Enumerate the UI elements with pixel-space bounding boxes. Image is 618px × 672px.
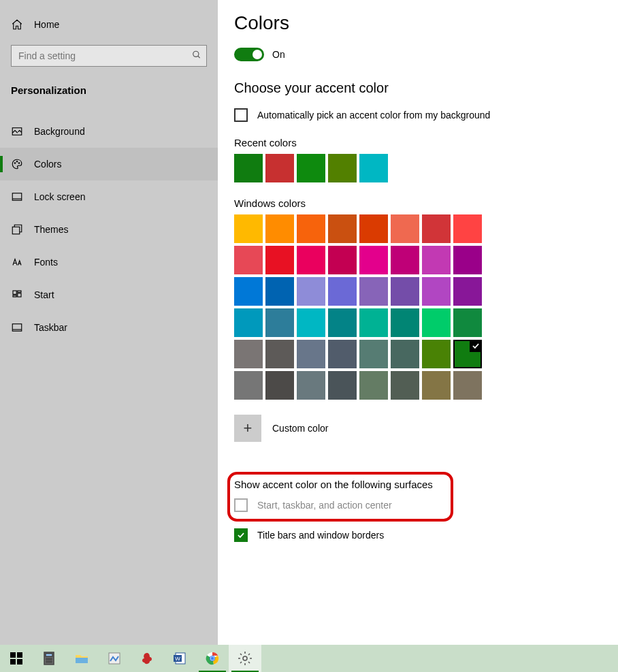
- windows-color-swatch[interactable]: [391, 371, 419, 400]
- taskbar-file-explorer[interactable]: [65, 645, 98, 672]
- taskbar-calculator[interactable]: [33, 645, 65, 672]
- windows-color-swatch[interactable]: [297, 277, 325, 306]
- svg-point-35: [211, 657, 214, 660]
- windows-color-swatch[interactable]: [391, 340, 419, 368]
- windows-color-swatch[interactable]: [453, 371, 482, 400]
- windows-color-swatch[interactable]: [422, 340, 451, 368]
- settings-main: Colors On Choose your accent color Autom…: [218, 0, 618, 645]
- windows-color-swatch[interactable]: [422, 308, 451, 337]
- windows-color-swatch[interactable]: [328, 308, 357, 337]
- windows-color-swatch[interactable]: [391, 214, 419, 243]
- windows-color-swatch[interactable]: [265, 371, 294, 400]
- sidebar-item-taskbar[interactable]: Taskbar: [0, 311, 218, 344]
- windows-color-swatch[interactable]: [328, 246, 357, 274]
- windows-color-swatch[interactable]: [234, 277, 263, 306]
- svg-point-22: [48, 658, 50, 660]
- windows-color-swatch[interactable]: [297, 246, 325, 274]
- svg-point-26: [50, 661, 52, 662]
- windows-color-swatch[interactable]: [328, 340, 357, 368]
- surface-titlebar-label: Title bars and window borders: [257, 530, 384, 541]
- recent-color-swatch[interactable]: [234, 154, 263, 182]
- windows-color-swatch[interactable]: [453, 308, 482, 337]
- windows-color-swatch[interactable]: [328, 371, 357, 400]
- svg-point-3: [14, 163, 16, 164]
- sidebar-home[interactable]: Home: [0, 12, 218, 37]
- windows-color-swatch[interactable]: [453, 340, 482, 368]
- windows-color-swatch[interactable]: [422, 371, 451, 400]
- windows-color-swatch[interactable]: [265, 277, 294, 306]
- settings-sidebar: Home Personalization Background Colors L…: [0, 0, 218, 645]
- windows-color-swatch[interactable]: [359, 246, 388, 274]
- windows-color-swatch[interactable]: [234, 214, 263, 243]
- svg-rect-20: [46, 654, 52, 656]
- windows-color-swatch[interactable]: [422, 277, 451, 306]
- taskbar-app-chrome[interactable]: [196, 645, 229, 672]
- windows-color-swatch[interactable]: [453, 277, 482, 306]
- taskbar-app-settings[interactable]: [229, 645, 261, 672]
- svg-text:W: W: [175, 656, 180, 662]
- windows-color-swatch[interactable]: [265, 214, 294, 243]
- windows-color-swatch[interactable]: [391, 277, 419, 306]
- windows-color-swatch[interactable]: [328, 277, 357, 306]
- recent-color-swatch[interactable]: [359, 154, 388, 182]
- sidebar-item-themes[interactable]: Themes: [0, 213, 218, 246]
- windows-colors-label: Windows colors: [234, 197, 618, 209]
- windows-color-swatch[interactable]: [265, 340, 294, 368]
- search-input[interactable]: [11, 45, 207, 67]
- custom-color-button[interactable]: +: [234, 415, 261, 442]
- svg-rect-9: [13, 291, 16, 294]
- svg-point-25: [48, 661, 50, 662]
- windows-color-swatch[interactable]: [234, 246, 263, 274]
- windows-color-swatch[interactable]: [234, 340, 263, 368]
- windows-color-swatch[interactable]: [297, 340, 325, 368]
- taskbar-app-paint[interactable]: [98, 645, 131, 672]
- windows-color-swatch[interactable]: [453, 214, 482, 243]
- start-button[interactable]: [0, 645, 33, 672]
- svg-rect-13: [12, 324, 22, 332]
- windows-color-swatch[interactable]: [265, 308, 294, 337]
- taskbar-app-word[interactable]: W: [163, 645, 196, 672]
- highlight-surfaces-box: Show accent color on the following surfa…: [227, 472, 453, 522]
- windows-color-swatch[interactable]: [391, 246, 419, 274]
- windows-color-swatch[interactable]: [359, 308, 388, 337]
- themes-icon: [11, 223, 23, 236]
- surface-titlebar-row[interactable]: Title bars and window borders: [234, 528, 618, 542]
- windows-color-swatch[interactable]: [422, 214, 451, 243]
- surface-titlebar-checkbox[interactable]: [234, 528, 248, 542]
- auto-pick-checkbox[interactable]: [234, 108, 248, 122]
- windows-color-swatch[interactable]: [328, 214, 357, 243]
- windows-color-swatch[interactable]: [359, 371, 388, 400]
- windows-color-swatch[interactable]: [391, 308, 419, 337]
- windows-color-swatch[interactable]: [297, 214, 325, 243]
- auto-pick-row[interactable]: Automatically pick an accent color from …: [234, 108, 618, 122]
- windows-color-swatch[interactable]: [297, 371, 325, 400]
- windows-color-swatch[interactable]: [422, 246, 451, 274]
- windows-color-swatch[interactable]: [359, 340, 388, 368]
- recent-color-swatch[interactable]: [297, 154, 325, 182]
- page-title: Colors: [234, 12, 618, 34]
- windows-color-swatch[interactable]: [234, 308, 263, 337]
- transparency-toggle[interactable]: [234, 48, 264, 61]
- windows-color-swatch[interactable]: [265, 246, 294, 274]
- windows-color-swatch[interactable]: [359, 214, 388, 243]
- sidebar-item-fonts[interactable]: Fonts: [0, 246, 218, 278]
- sidebar-item-colors[interactable]: Colors: [0, 148, 218, 180]
- sidebar-item-start[interactable]: Start: [0, 278, 218, 311]
- svg-point-23: [50, 658, 52, 660]
- svg-point-0: [193, 51, 199, 57]
- taskbar-app-red[interactable]: [131, 645, 163, 672]
- recent-color-swatch[interactable]: [265, 154, 294, 182]
- svg-point-24: [46, 661, 48, 662]
- sidebar-item-background[interactable]: Background: [0, 115, 218, 148]
- windows-color-swatch[interactable]: [359, 277, 388, 306]
- windows-color-swatch[interactable]: [297, 308, 325, 337]
- windows-color-swatch[interactable]: [234, 371, 263, 400]
- surface-start-row[interactable]: Start, taskbar, and action center: [234, 498, 444, 512]
- fonts-icon: [11, 256, 23, 268]
- custom-color-row: + Custom color: [234, 415, 618, 442]
- svg-rect-17: [10, 659, 16, 665]
- windows-color-swatch[interactable]: [453, 246, 482, 274]
- recent-color-swatch[interactable]: [328, 154, 357, 182]
- sidebar-item-lockscreen[interactable]: Lock screen: [0, 180, 218, 213]
- surface-start-checkbox[interactable]: [234, 498, 248, 512]
